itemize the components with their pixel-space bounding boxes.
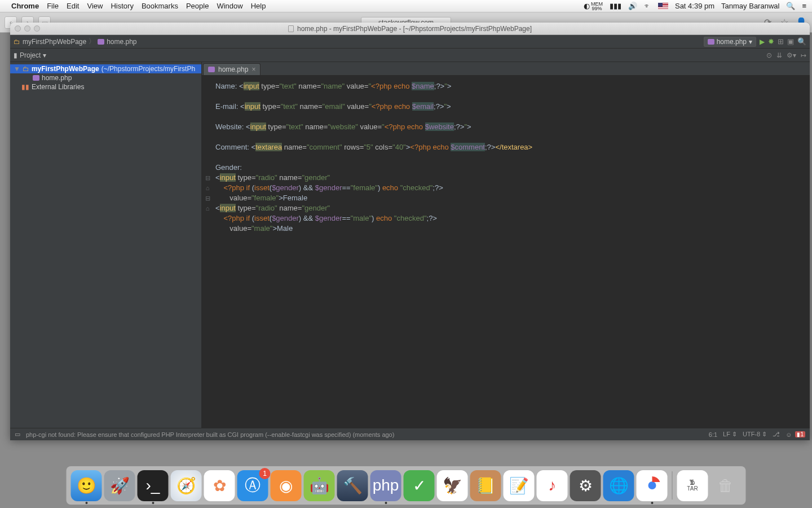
appstore-badge: 1	[259, 468, 271, 479]
notification-center-icon[interactable]: ≡	[802, 2, 806, 10]
folder-icon: 🗀	[23, 65, 29, 73]
menu-bookmarks[interactable]: Bookmarks	[142, 2, 178, 10]
tar-file-icon[interactable]: 🗜TAR	[677, 470, 708, 501]
coverage-icon[interactable]: ⊞	[778, 37, 784, 46]
menu-people[interactable]: People	[186, 2, 209, 10]
ide-navbar: 🗀myFirstPhpWebPage 〉 home.php home.php ▾…	[10, 35, 810, 49]
search-icon[interactable]: 🔍	[797, 37, 806, 46]
collapse-icon[interactable]: ⇊	[776, 51, 782, 59]
notes-icon[interactable]: 📝	[504, 470, 535, 501]
traffic-lights[interactable]	[15, 25, 40, 32]
page-icon	[288, 25, 294, 32]
launchpad-icon[interactable]: 🚀	[104, 470, 135, 501]
menu-file[interactable]: File	[47, 2, 59, 10]
project-tool-title[interactable]: ▮ Project ▾	[14, 51, 46, 59]
library-icon: ▮▮	[21, 83, 29, 91]
ide-statusbar: ▭ php-cgi not found: Please ensure that …	[10, 428, 810, 440]
close-icon[interactable]: ×	[251, 65, 255, 73]
volume-icon[interactable]: 🔊	[628, 2, 637, 10]
chrome-icon[interactable]	[637, 470, 668, 501]
chevron-right-icon: 〉	[89, 37, 95, 46]
menu-history[interactable]: History	[111, 2, 133, 10]
debug-button-icon[interactable]: ✸	[768, 37, 774, 46]
gear-icon[interactable]: ⚙▾	[787, 51, 796, 59]
spotlight-icon[interactable]: 🔍	[786, 2, 795, 10]
php-icon	[208, 67, 215, 72]
run-config-dropdown[interactable]: home.php ▾	[704, 37, 756, 47]
tree-root[interactable]: ▼🗀myFirstPhpWebPage (~/PhpstormProjects/…	[10, 64, 201, 73]
php-app-icon[interactable]: php	[370, 470, 401, 501]
php-icon	[708, 39, 714, 45]
globe-app-icon[interactable]: 🌐	[603, 470, 634, 501]
php-icon	[98, 39, 104, 45]
android-studio-icon[interactable]: 🤖	[304, 470, 335, 501]
project-tool-header: ▮ Project ▾ ⊙ ⇊ ⚙▾ ↦	[10, 49, 810, 62]
blender-icon[interactable]: ◉	[271, 470, 302, 501]
photos-icon[interactable]: ✿	[204, 470, 235, 501]
svg-point-1	[648, 481, 656, 489]
stop-icon[interactable]: ▣	[787, 37, 794, 46]
menu-view[interactable]: View	[87, 2, 103, 10]
run-button-icon[interactable]: ▶	[760, 38, 765, 46]
checkmark-app-icon[interactable]: ✓	[404, 470, 435, 501]
php-icon	[33, 75, 39, 81]
ide-titlebar[interactable]: home.php - myFirstPhpWebPage - [~/Phpsto…	[10, 23, 810, 35]
breadcrumb-project[interactable]: 🗀myFirstPhpWebPage	[14, 38, 86, 46]
appstore-icon[interactable]: Ⓐ1	[237, 470, 268, 501]
menubar-app[interactable]: Chrome	[11, 2, 39, 10]
event-log-badge[interactable]: ▮1	[795, 431, 805, 437]
menu-edit[interactable]: Edit	[67, 2, 79, 10]
cursor-position[interactable]: 6:1	[709, 431, 717, 438]
settings-icon[interactable]: ⚙	[570, 470, 601, 501]
ide-title: home.php - myFirstPhpWebPage - [~/Phpsto…	[297, 25, 532, 33]
line-separator[interactable]: LF ⇕	[723, 431, 737, 438]
tree-file[interactable]: home.php	[10, 73, 201, 82]
mac-menubar: Chrome File Edit View History Bookmarks …	[0, 0, 812, 12]
breadcrumb-file[interactable]: home.php	[98, 38, 136, 46]
mem-indicator-icon[interactable]: ◐MEM99%	[584, 2, 603, 11]
editor-gutter: ⊟⌂⊟⌂	[202, 81, 213, 213]
finder-icon[interactable]: 🙂	[71, 470, 102, 501]
flag-icon[interactable]	[658, 3, 668, 10]
status-message: php-cgi not found: Please ensure that co…	[26, 431, 394, 438]
menubar-user[interactable]: Tanmay Baranwal	[721, 2, 779, 10]
editor-tabs: home.php×	[202, 62, 810, 76]
git-icon[interactable]: ⎇	[773, 431, 780, 438]
hide-icon[interactable]: ↦	[801, 51, 806, 59]
mail-icon[interactable]: 🦅	[437, 470, 468, 501]
dock-divider	[672, 471, 673, 500]
xcode-icon[interactable]: 🔨	[337, 470, 368, 501]
encoding[interactable]: UTF-8 ⇕	[743, 431, 767, 438]
code-editor[interactable]: ⊟⌂⊟⌂ Name: <input type="text" name="name…	[202, 76, 810, 428]
tree-external-libraries[interactable]: ▮▮External Libraries	[10, 82, 201, 91]
menubar-clock[interactable]: Sat 4:39 pm	[675, 2, 714, 10]
mac-dock: 🙂 🚀 ›_ 🧭 ✿ Ⓐ1 ◉ 🤖 🔨 php ✓ 🦅 📒 📝 ♪ ⚙ 🌐 🗜T…	[67, 466, 746, 505]
menu-window[interactable]: Window	[217, 2, 242, 10]
editor-tab[interactable]: home.php×	[203, 63, 261, 75]
trash-icon[interactable]: 🗑	[710, 470, 742, 501]
battery-icon[interactable]: ▮▮▮	[610, 2, 621, 10]
itunes-icon[interactable]: ♪	[537, 470, 568, 501]
scroll-to-source-icon[interactable]: ⊙	[766, 51, 772, 59]
terminal-icon[interactable]: ›_	[138, 470, 169, 501]
project-tree[interactable]: ▼🗀myFirstPhpWebPage (~/PhpstormProjects/…	[10, 62, 202, 428]
ide-window: home.php - myFirstPhpWebPage - [~/Phpsto…	[10, 23, 810, 440]
wifi-icon[interactable]: ᯤ	[644, 2, 651, 10]
menu-help[interactable]: Help	[251, 2, 266, 10]
folder-icon: 🗀	[14, 38, 20, 46]
hector-icon[interactable]: ☺	[785, 431, 792, 438]
contacts-icon[interactable]: 📒	[470, 470, 501, 501]
safari-icon[interactable]: 🧭	[171, 470, 202, 501]
status-icon[interactable]: ▭	[15, 431, 20, 438]
